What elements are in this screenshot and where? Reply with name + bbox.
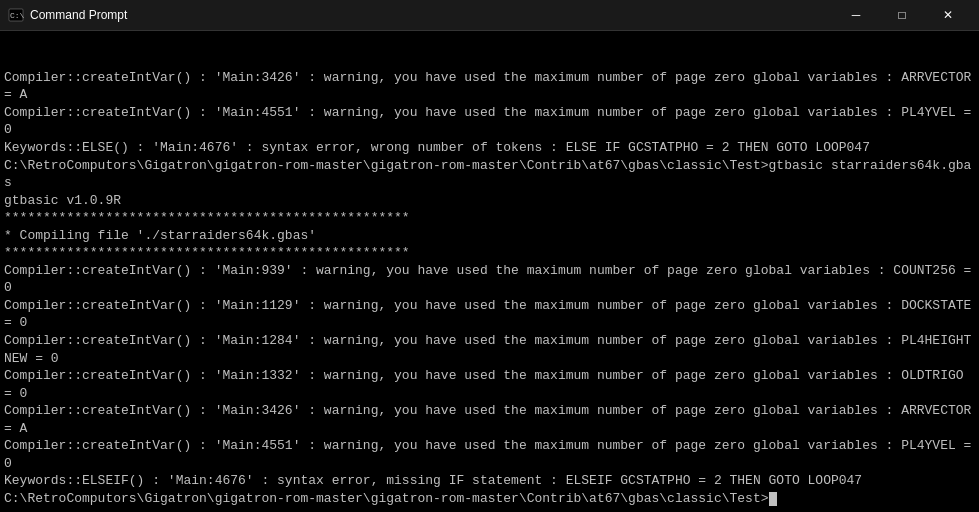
terminal-line: C:\RetroComputors\Gigatron\gigatron-rom-… bbox=[4, 157, 975, 192]
terminal-line: * Compiling file './starraiders64k.gbas' bbox=[4, 227, 975, 245]
terminal-line: Compiler::createIntVar() : 'Main:1129' :… bbox=[4, 297, 975, 332]
terminal-line: Compiler::createIntVar() : 'Main:3426' :… bbox=[4, 69, 975, 104]
terminal-line: Compiler::createIntVar() : 'Main:1332' :… bbox=[4, 367, 975, 402]
close-button[interactable]: ✕ bbox=[925, 0, 971, 31]
cmd-window: C:\ Command Prompt ─ □ ✕ Compiler::creat… bbox=[0, 0, 979, 512]
window-controls: ─ □ ✕ bbox=[833, 0, 971, 31]
terminal-line: Compiler::createIntVar() : 'Main:1284' :… bbox=[4, 332, 975, 367]
title-bar-left: C:\ Command Prompt bbox=[8, 7, 127, 23]
minimize-button[interactable]: ─ bbox=[833, 0, 879, 31]
terminal-cursor bbox=[769, 492, 777, 506]
terminal-line: gtbasic v1.0.9R bbox=[4, 192, 975, 210]
terminal-line: ****************************************… bbox=[4, 209, 975, 227]
terminal-line: C:\RetroComputors\Gigatron\gigatron-rom-… bbox=[4, 490, 975, 508]
window-title: Command Prompt bbox=[30, 8, 127, 22]
terminal-output[interactable]: Compiler::createIntVar() : 'Main:3426' :… bbox=[0, 31, 979, 512]
title-bar: C:\ Command Prompt ─ □ ✕ bbox=[0, 0, 979, 31]
terminal-line: Keywords::ELSEIF() : 'Main:4676' : synta… bbox=[4, 472, 975, 490]
cmd-icon: C:\ bbox=[8, 7, 24, 23]
terminal-line: Compiler::createIntVar() : 'Main:4551' :… bbox=[4, 437, 975, 472]
maximize-button[interactable]: □ bbox=[879, 0, 925, 31]
svg-text:C:\: C:\ bbox=[10, 11, 24, 20]
terminal-line: Keywords::ELSE() : 'Main:4676' : syntax … bbox=[4, 139, 975, 157]
terminal-line: ****************************************… bbox=[4, 244, 975, 262]
terminal-line: Compiler::createIntVar() : 'Main:4551' :… bbox=[4, 104, 975, 139]
terminal-line: Compiler::createIntVar() : 'Main:3426' :… bbox=[4, 402, 975, 437]
terminal-line: Compiler::createIntVar() : 'Main:939' : … bbox=[4, 262, 975, 297]
